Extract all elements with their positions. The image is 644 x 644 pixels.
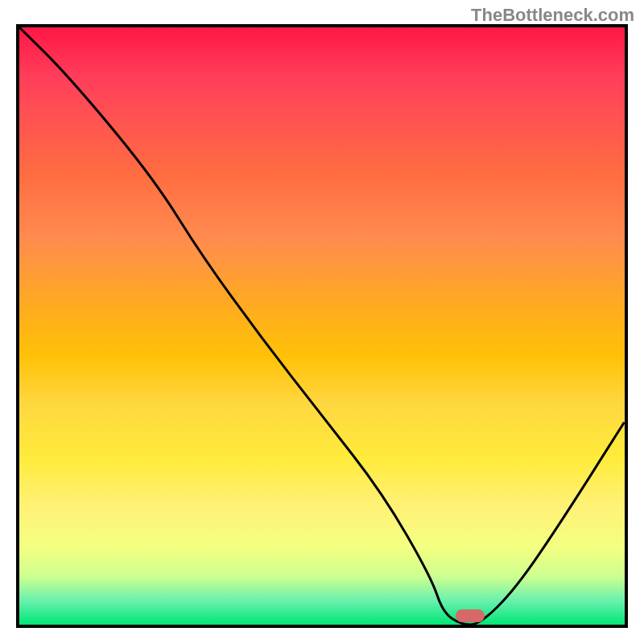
chart-curve-svg [19, 27, 625, 625]
optimal-marker [456, 609, 485, 622]
bottleneck-curve [19, 27, 625, 625]
watermark-text: TheBottleneck.com [471, 5, 634, 26]
chart-container [16, 24, 628, 628]
